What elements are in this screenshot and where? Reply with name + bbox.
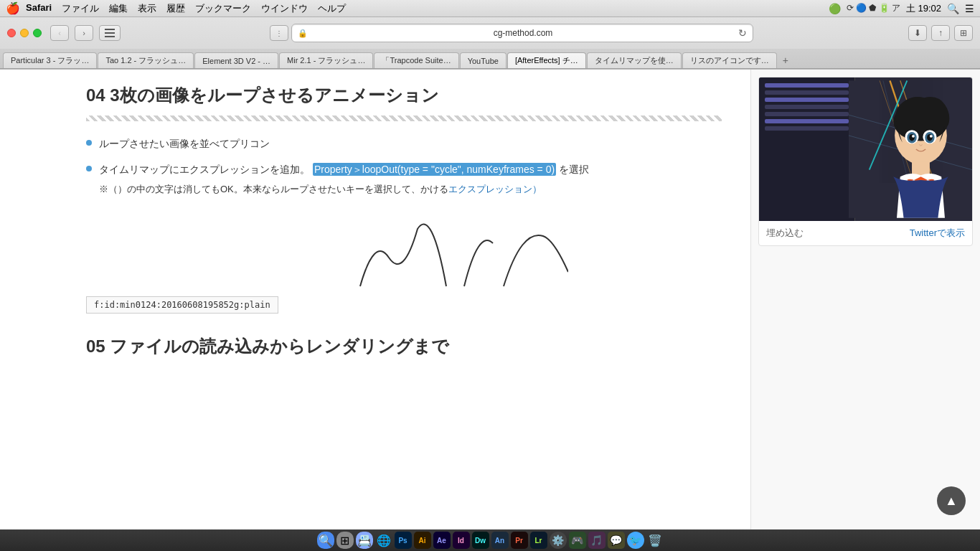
svg-point-17 <box>930 135 933 138</box>
sidebar-toggle-button[interactable] <box>99 25 121 41</box>
browser-toolbar: ‹ › ⋮ 🔒 cg-method.com ↻ ⬇ ↑ ⊞ <box>0 17 980 49</box>
ae-line-1 <box>765 83 849 88</box>
bullet-text-2-highlight: Property＞loopOut(type = "cycle", numKeyf… <box>313 163 556 176</box>
menubar-safari[interactable]: Safari <box>26 2 52 15</box>
dock-bar: 🔍 ⊞ 📇 🌐 Ps Ai Ae Id Dw An Pr Lr ⚙️ 🎮 🎵 💬… <box>0 529 980 551</box>
share-page-button[interactable]: ⋮ <box>270 25 288 41</box>
menubar-time: 土 19:02 <box>906 2 941 15</box>
tab-aftereffects[interactable]: [AfterEffects] チ… <box>507 52 586 68</box>
dock-ps[interactable]: Ps <box>395 532 412 549</box>
code-snippet[interactable]: f:id:min0124:20160608195852g:plain <box>86 296 278 314</box>
maximize-button[interactable] <box>33 29 42 37</box>
add-tab-button[interactable]: + <box>778 52 793 68</box>
address-text: cg-method.com <box>312 28 734 38</box>
menubar-file[interactable]: ファイル <box>62 2 99 15</box>
embed-button[interactable]: 埋め込む <box>766 227 804 240</box>
expression-link[interactable]: エクスプレッション） <box>448 184 542 194</box>
dock-ae[interactable]: Ae <box>433 532 451 549</box>
twitter-image <box>759 77 972 221</box>
menubar-bookmarks[interactable]: ブックマーク <box>195 2 251 15</box>
ae-panel <box>759 77 855 221</box>
ae-line-3 <box>765 98 849 102</box>
dock-misc7[interactable]: 💬 <box>608 532 625 549</box>
browser-content: 04 3枚の画像をループさせるアニメーション ループさせたい画像を並べてプリコン… <box>0 70 980 530</box>
tab-squirrel[interactable]: リスのアイコンです… <box>682 52 777 68</box>
tab-particular[interactable]: Particular 3 - フラッ… <box>3 52 97 68</box>
dock-id[interactable]: Id <box>453 532 470 549</box>
bullet-text-2-after: を選択 <box>559 164 589 175</box>
menubar-search-icon[interactable]: 🔍 <box>947 3 959 14</box>
twitter-view-link[interactable]: Twitterで表示 <box>910 227 965 240</box>
bullet-content-2: タイムリマップにエクスプレッションを追加。 Property＞loopOut(t… <box>99 161 722 197</box>
lock-icon: 🔒 <box>298 29 308 38</box>
menubar-line-icon: 🟢 <box>829 3 841 14</box>
dock-misc8[interactable]: 🐦 <box>627 532 644 549</box>
menubar-edit[interactable]: 編集 <box>109 2 128 15</box>
dock-contacts[interactable]: 📇 <box>356 532 373 549</box>
dock-misc1[interactable]: An <box>491 532 509 549</box>
svg-point-16 <box>912 135 915 138</box>
download-button[interactable]: ⬇ <box>908 25 927 41</box>
dock-dw[interactable]: Dw <box>472 532 489 549</box>
traffic-lights <box>7 29 42 37</box>
bullet-item-1: ループさせたい画像を並べてプリコン <box>86 136 722 151</box>
reload-button[interactable]: ↻ <box>738 27 747 39</box>
menubar: 🍎 Safari ファイル 編集 表示 履歴 ブックマーク ウインドウ ヘルプ … <box>0 0 980 17</box>
bullet-text-2-before: タイムリマップにエクスプレッションを追加。 <box>99 164 310 175</box>
menubar-list-icon[interactable]: ☰ <box>965 3 974 14</box>
bullet-text-1: ループさせたい画像を並べてプリコン <box>99 138 270 149</box>
new-tab-button[interactable]: ⊞ <box>954 25 973 41</box>
dock-launchpad[interactable]: ⊞ <box>336 532 354 549</box>
dock-misc4[interactable]: ⚙️ <box>550 532 567 549</box>
minimize-button[interactable] <box>20 29 29 37</box>
dock-safari[interactable]: 🌐 <box>375 532 392 549</box>
menubar-view[interactable]: 表示 <box>138 2 156 15</box>
tab-element3d[interactable]: Element 3D V2 - … <box>194 52 278 68</box>
tabs-bar: Particular 3 - フラッ… Tao 1.2 - フラッシュ… Ele… <box>0 49 980 69</box>
menubar-history[interactable]: 履歴 <box>166 2 185 15</box>
close-button[interactable] <box>7 29 16 37</box>
section-title-2: 05 ファイルの読み込みからレンダリングまで <box>86 335 722 358</box>
dock-misc2[interactable]: Pr <box>511 532 528 549</box>
bullet-dot-2 <box>86 166 92 171</box>
address-bar-container: ⋮ 🔒 cg-method.com ↻ <box>126 24 897 42</box>
bullet-note-2: ※（）の中の文字は消してもOK。本来ならループさせたいキーを選択して、かけるエク… <box>99 182 722 197</box>
bullet-dot-1 <box>86 140 92 146</box>
ae-line-7 <box>765 126 849 131</box>
address-bar[interactable]: 🔒 cg-method.com ↻ <box>291 24 753 42</box>
apple-menu[interactable]: 🍎 <box>6 1 20 15</box>
browser-chrome: ‹ › ⋮ 🔒 cg-method.com ↻ ⬇ ↑ ⊞ Particular… <box>0 17 980 70</box>
tab-tao[interactable]: Tao 1.2 - フラッシュ… <box>98 52 194 68</box>
ae-line-2 <box>765 90 849 95</box>
share-button[interactable]: ↑ <box>931 25 950 41</box>
dock-misc6[interactable]: 🎵 <box>588 532 606 549</box>
ae-line-6 <box>765 119 849 123</box>
menubar-help[interactable]: ヘルプ <box>318 2 346 15</box>
dock-finder[interactable]: 🔍 <box>317 532 334 549</box>
back-to-top-icon: ▲ <box>945 494 958 509</box>
dock-misc5[interactable]: 🎮 <box>569 532 586 549</box>
back-to-top-button[interactable]: ▲ <box>937 486 966 515</box>
back-button[interactable]: ‹ <box>50 25 69 41</box>
ae-panel-content <box>759 77 854 139</box>
page-content: 04 3枚の画像をループさせるアニメーション ループさせたい画像を並べてプリコン… <box>0 70 750 530</box>
svg-rect-18 <box>912 161 930 175</box>
toolbar-right-buttons: ⬇ ↑ ⊞ <box>908 25 973 41</box>
bullet-list: ループさせたい画像を並べてプリコン タイムリマップにエクスプレッションを追加。 … <box>86 136 722 197</box>
wave-illustration <box>339 215 568 301</box>
tab-timemap[interactable]: タイムリマップを使… <box>587 52 682 68</box>
section-divider <box>86 116 722 121</box>
twitter-actions: 埋め込む Twitterで表示 <box>759 221 972 245</box>
tab-mir[interactable]: Mir 2.1 - フラッシュ… <box>279 52 373 68</box>
section-title: 04 3枚の画像をループさせるアニメーション <box>86 84 722 107</box>
dock-ai[interactable]: Ai <box>414 532 431 549</box>
forward-button[interactable]: › <box>75 25 93 41</box>
tab-youtube[interactable]: YouTube <box>460 52 507 68</box>
ae-line-4 <box>765 105 849 109</box>
twitter-card: 埋め込む Twitterで表示 <box>758 77 973 246</box>
dock-misc3[interactable]: Lr <box>530 532 547 549</box>
menubar-window[interactable]: ウインドウ <box>261 2 308 15</box>
tab-trapcode[interactable]: 「Trapcode Suite… <box>374 52 458 68</box>
dock-trash[interactable]: 🗑️ <box>646 532 664 549</box>
menubar-icons: ⟳ 🔵 ⬟ 🔋 ア <box>847 2 900 14</box>
